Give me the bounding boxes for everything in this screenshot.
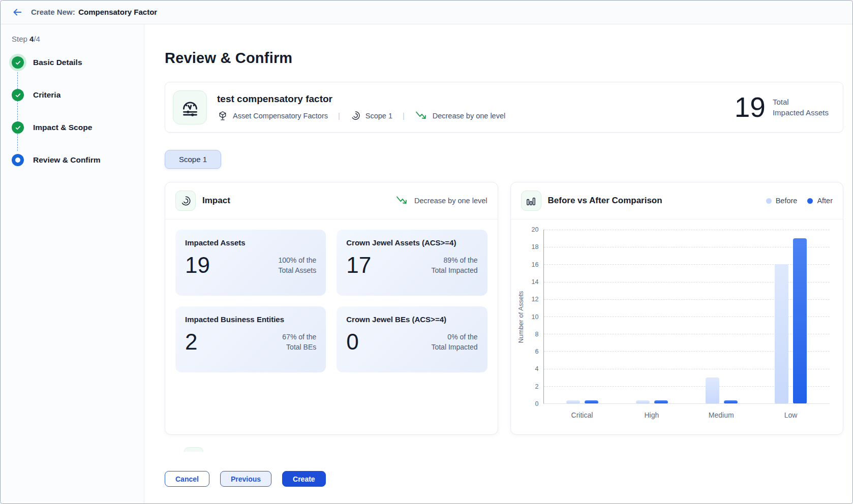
stepper-connector xyxy=(17,70,18,151)
tab-scope-1[interactable]: Scope 1 xyxy=(165,150,221,169)
stat-value: 19 xyxy=(185,254,210,276)
stat-note: 67% of the Total BEs xyxy=(282,332,316,353)
bar-before-low xyxy=(775,264,788,403)
impact-card: Impact Decrease by one level xyxy=(165,182,498,435)
factor-icon-tile xyxy=(173,90,207,124)
bar-group-low xyxy=(756,230,826,403)
chart-legend: Before After xyxy=(766,197,833,205)
chart-plot-area xyxy=(543,230,830,404)
total-impacted-value: 19 xyxy=(735,93,766,121)
x-tick-label: Low xyxy=(756,411,826,419)
sidebar-step-review-confirm[interactable]: Review & Confirm xyxy=(12,154,144,166)
radio-dot-icon xyxy=(12,154,24,166)
page-title: Review & Confirm xyxy=(165,50,843,67)
step-label: Criteria xyxy=(33,90,60,100)
sidebar-step-impact-scope[interactable]: Impact & Scope xyxy=(12,121,144,134)
back-button[interactable] xyxy=(11,6,24,19)
y-tick-label: 4 xyxy=(535,365,539,372)
y-axis-label: Number of Assets xyxy=(515,230,526,404)
bar-chart-icon xyxy=(525,195,537,207)
create-button[interactable]: Create xyxy=(282,471,326,487)
y-tick-label: 18 xyxy=(532,243,539,250)
check-circle-icon xyxy=(12,121,24,134)
breadcrumb: Create New: xyxy=(31,8,75,16)
x-axis-labels: CriticalHighMediumLow xyxy=(543,411,830,419)
stat-tile-impacted-business-entities: Impacted Business Entities 2 67% of the … xyxy=(175,306,326,372)
bar-after-critical xyxy=(585,400,598,403)
factor-scope: Scope 1 xyxy=(350,110,392,121)
separator: | xyxy=(338,112,340,120)
app-window: Create New: Compensatory Factor Step 4/4… xyxy=(0,0,853,504)
y-tick-label: 12 xyxy=(532,296,539,303)
gauge-sliders-icon xyxy=(180,97,200,117)
check-circle-icon xyxy=(12,56,24,69)
stat-note: 0% of the Total Impacted xyxy=(431,332,477,353)
factor-type: Asset Compensatory Factors xyxy=(217,110,328,121)
bar-before-critical xyxy=(566,400,580,403)
y-tick-label: 16 xyxy=(532,261,539,268)
comparison-chart-card: Before vs After Comparison Before After xyxy=(510,182,844,435)
y-tick-label: 8 xyxy=(535,331,539,338)
cube-3d-icon xyxy=(217,110,228,121)
bar-group-high xyxy=(617,230,687,403)
y-tick-label: 10 xyxy=(532,313,539,321)
legend-item-after[interactable]: After xyxy=(807,197,833,205)
bar-group-medium xyxy=(687,230,756,403)
step-label: Review & Confirm xyxy=(33,155,101,165)
summary-banner: test compensatory factor Asset Compensat… xyxy=(165,82,843,133)
chart-icon-tile xyxy=(521,191,541,211)
arrow-left-icon xyxy=(12,7,23,18)
stat-value: 2 xyxy=(185,331,197,353)
total-impacted-assets: 19 Total Impacted Assets xyxy=(735,93,829,121)
stat-value: 0 xyxy=(346,331,358,353)
x-tick-label: Critical xyxy=(547,411,617,419)
trend-down-arrow-icon xyxy=(395,195,409,206)
y-tick-label: 6 xyxy=(535,348,539,355)
bar-before-high xyxy=(636,400,650,403)
factor-effect: Decrease by one level xyxy=(415,110,505,121)
factor-meta: Asset Compensatory Factors | Scope 1 xyxy=(217,110,505,121)
sidebar-step-criteria[interactable]: Criteria xyxy=(12,89,144,101)
total-impacted-label: Total Impacted Assets xyxy=(773,97,829,118)
legend-dot-before xyxy=(766,198,772,204)
step-label: Impact & Scope xyxy=(33,123,92,132)
stat-note: 89% of the Total Impacted xyxy=(431,255,477,276)
legend-item-before[interactable]: Before xyxy=(766,197,798,205)
wizard-footer: Cancel Previous Create xyxy=(165,471,843,487)
bar-group-critical xyxy=(548,230,618,403)
previous-button[interactable]: Previous xyxy=(220,471,271,487)
x-tick-label: Medium xyxy=(686,411,756,419)
chart-card-title: Before vs After Comparison xyxy=(548,196,662,206)
spiral-scope-icon xyxy=(350,110,361,121)
y-tick-label: 20 xyxy=(532,226,539,233)
x-tick-label: High xyxy=(617,411,686,419)
step-label: Basic Details xyxy=(33,58,82,67)
impact-icon-tile xyxy=(175,191,196,211)
bar-after-high xyxy=(654,400,668,403)
impact-card-title: Impact xyxy=(202,196,230,206)
bar-after-medium xyxy=(724,400,738,403)
bar-chart: Number of Assets 02468101214161820 Criti… xyxy=(511,219,843,426)
cancel-button[interactable]: Cancel xyxy=(165,471,209,487)
y-axis-ticks: 02468101214161820 xyxy=(526,230,543,404)
impact-effect: Decrease by one level xyxy=(395,195,487,206)
y-tick-label: 2 xyxy=(535,383,539,390)
stepper: Basic Details Criteria Impact & Scope xyxy=(12,56,144,166)
stat-tile-crown-jewel-bes: Crown Jewel BEs (ACS>=4) 0 0% of the Tot… xyxy=(337,306,487,372)
y-tick-label: 14 xyxy=(532,278,539,286)
check-circle-icon xyxy=(12,89,24,101)
next-section-peek xyxy=(184,447,203,452)
legend-dot-after xyxy=(807,198,813,204)
top-bar: Create New: Compensatory Factor xyxy=(1,1,852,24)
y-tick-label: 0 xyxy=(535,400,539,407)
bar-after-low xyxy=(793,238,807,403)
stat-tile-crown-jewel-assets: Crown Jewel Assets (ACS>=4) 17 89% of th… xyxy=(337,230,487,296)
stat-note: 100% of the Total Assets xyxy=(279,255,317,276)
wizard-sidebar: Step 4/4 Basic Details Criteria xyxy=(1,24,144,503)
main-panel: Review & Confirm test com xyxy=(144,24,852,503)
page-breadcrumb-title: Compensatory Factor xyxy=(78,8,157,16)
sidebar-step-basic-details[interactable]: Basic Details xyxy=(12,56,144,69)
stat-value: 17 xyxy=(346,254,371,276)
bar-groups xyxy=(544,230,830,403)
spiral-scope-icon xyxy=(180,195,192,207)
